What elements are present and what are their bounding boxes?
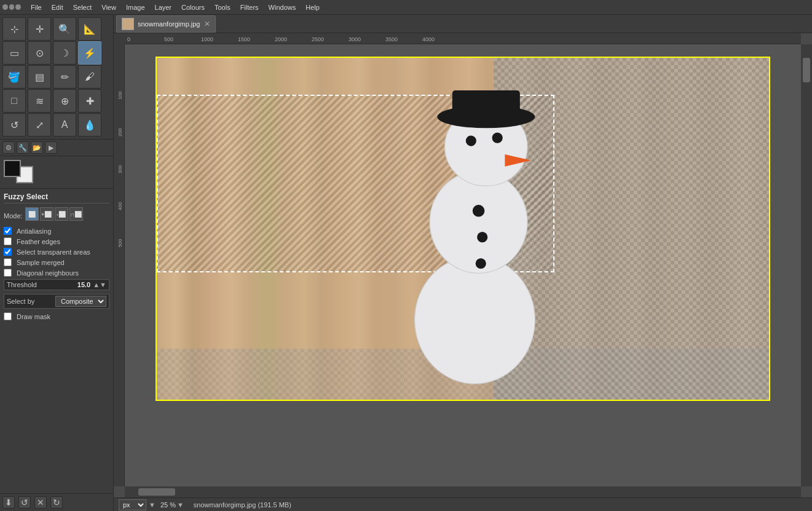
canvas-wrapper: 0 500 1000 1500 2000 2500 3000 3500 4000…	[114, 33, 812, 497]
measure-tool[interactable]: 📐	[78, 17, 101, 41]
vtick-200: 200	[117, 100, 123, 137]
crop-tool[interactable]: ⤢	[28, 113, 51, 137]
free-select-tool[interactable]: ☽	[53, 41, 76, 65]
tick-4000: 4000	[422, 36, 459, 42]
menu-help[interactable]: Help	[301, 2, 325, 12]
mini-btn-1[interactable]: ⚙	[2, 141, 15, 154]
scrollbar-v-thumb[interactable]	[803, 58, 810, 82]
mini-btn-2[interactable]: 🔧	[17, 141, 29, 154]
menu-image[interactable]: Image	[121, 2, 150, 12]
select-by-dropdown[interactable]: Composite Red Green Blue Alpha Hue Satur…	[55, 296, 106, 307]
select-transparent-label: Select transparent areas	[17, 248, 90, 256]
threshold-spinner[interactable]: ▲▼	[93, 281, 106, 288]
antialiasing-label: Antialiasing	[17, 228, 51, 235]
tab-title: snowmanforgimp.jpg	[138, 20, 200, 28]
select-by-row: Select by Composite Red Green Blue Alpha…	[4, 294, 109, 309]
mode-subtract[interactable]: -⬜	[55, 207, 68, 221]
tab-close-button[interactable]: ✕	[204, 20, 210, 28]
paintbrush-tool[interactable]: 🖌	[78, 65, 101, 89]
diagonal-neighbours-checkbox[interactable]	[4, 269, 12, 277]
unit-select[interactable]: px mm in	[119, 499, 146, 510]
zoom-value: 25 %	[160, 501, 176, 509]
scrollbar-vertical[interactable]	[801, 44, 812, 486]
tool-options-title: Fuzzy Select	[4, 192, 109, 204]
airbrush-tool[interactable]: ≋	[28, 89, 51, 113]
vtick-400: 400	[117, 173, 123, 210]
threshold-row: Threshold 15.0 ▲▼	[4, 279, 109, 290]
mode-intersect[interactable]: ∩⬜	[69, 207, 83, 221]
vtick-500: 500	[117, 210, 123, 247]
bottom-toolbar: ⬇ ↺ ✕ ↻	[0, 493, 113, 511]
menu-tools[interactable]: Tools	[210, 2, 235, 12]
mini-bar: ⚙ 🔧 📂 ▶	[0, 140, 113, 156]
feather-edges-checkbox[interactable]	[4, 237, 12, 245]
menu-filters[interactable]: Filters	[235, 2, 264, 12]
transform-tool[interactable]: ↺	[2, 113, 26, 137]
diagonal-neighbours-row: Diagonal neighbours	[4, 269, 109, 277]
export-button[interactable]: ⬇	[2, 496, 15, 509]
pencil-tool[interactable]: ✏	[53, 65, 76, 89]
canvas-viewport[interactable]	[125, 44, 801, 486]
sample-merged-checkbox[interactable]	[4, 258, 12, 266]
mini-btn-expand[interactable]: ▶	[45, 141, 57, 154]
scrollbar-h-thumb[interactable]	[138, 488, 175, 496]
mode-row: Mode: ⬜ +⬜ -⬜ ∩⬜	[4, 207, 109, 224]
cancel-button[interactable]: ✕	[34, 496, 47, 509]
fuzzy-select-tool[interactable]: ⚡	[78, 41, 101, 65]
align-tool[interactable]: ⊹	[2, 17, 26, 41]
select-by-label: Select by	[7, 298, 55, 305]
menu-view[interactable]: View	[97, 2, 121, 12]
heal-tool[interactable]: ✚	[78, 89, 101, 113]
foreground-color[interactable]	[4, 160, 21, 177]
mode-label: Mode:	[4, 212, 23, 220]
menu-windows[interactable]: Windows	[264, 2, 301, 12]
antialiasing-checkbox[interactable]	[4, 227, 12, 235]
svg-point-10	[476, 258, 486, 269]
menu-file[interactable]: File	[26, 2, 47, 12]
scrollbar-horizontal[interactable]	[125, 486, 801, 497]
restore-button[interactable]: ↻	[50, 496, 63, 509]
menu-select[interactable]: Select	[68, 2, 97, 12]
mode-add[interactable]: +⬜	[40, 207, 53, 221]
text-tool[interactable]: A	[53, 113, 76, 137]
antialiasing-row: Antialiasing	[4, 227, 109, 235]
tool-options-panel: Fuzzy Select Mode: ⬜ +⬜ -⬜ ∩⬜ Antialiasi…	[0, 189, 113, 493]
menu-bar: FileEditSelectViewImageLayerColoursTools…	[0, 0, 812, 15]
color-area	[0, 156, 113, 189]
select-transparent-checkbox[interactable]	[4, 248, 12, 256]
app-icon-3	[15, 4, 21, 10]
main-area: ⊹✛🔍📐▭⊙☽⚡🪣▤✏🖌□≋⊕✚↺⤢A💧 ⚙ 🔧 📂 ▶ Fuzzy Selec…	[0, 15, 812, 511]
zoom-tool[interactable]: 🔍	[53, 17, 76, 41]
eraser-tool[interactable]: □	[2, 89, 26, 113]
mode-replace[interactable]: ⬜	[25, 207, 39, 221]
color-pick-tool[interactable]: 💧	[78, 113, 101, 137]
menu-edit[interactable]: Edit	[47, 2, 68, 12]
tick-2000: 2000	[275, 36, 312, 42]
mini-btn-3[interactable]: 📂	[31, 141, 43, 154]
select-transparent-row: Select transparent areas	[4, 248, 109, 256]
bucket-fill-tool[interactable]: 🪣	[2, 65, 26, 89]
ellipse-select-tool[interactable]: ⊙	[28, 41, 51, 65]
threshold-value: 15.0	[77, 281, 90, 288]
app-icon	[2, 4, 8, 10]
undo-button[interactable]: ↺	[18, 496, 31, 509]
tick-2500: 2500	[312, 36, 349, 42]
blend-tool[interactable]: ▤	[28, 65, 51, 89]
draw-mask-checkbox[interactable]	[4, 312, 12, 320]
clone-tool[interactable]: ⊕	[53, 89, 76, 113]
canvas-area: snowmanforgimp.jpg ✕ 0 500 1000 1500 200…	[114, 15, 812, 511]
menu-layer[interactable]: Layer	[150, 2, 177, 12]
color-swatches	[4, 160, 34, 184]
image-tab[interactable]: snowmanforgimp.jpg ✕	[116, 15, 216, 33]
menu-colours[interactable]: Colours	[176, 2, 210, 12]
mode-buttons: ⬜ +⬜ -⬜ ∩⬜	[25, 207, 83, 221]
diagonal-neighbours-label: Diagonal neighbours	[17, 269, 79, 277]
threshold-label: Threshold	[7, 281, 77, 288]
move-tool[interactable]: ✛	[28, 17, 51, 41]
gimp-canvas	[156, 57, 770, 401]
svg-point-9	[478, 232, 488, 242]
svg-point-8	[473, 205, 485, 217]
rect-select-tool[interactable]: ▭	[2, 41, 26, 65]
app-icon-2	[9, 4, 15, 10]
zoom-control: px mm in ▼	[119, 499, 156, 510]
